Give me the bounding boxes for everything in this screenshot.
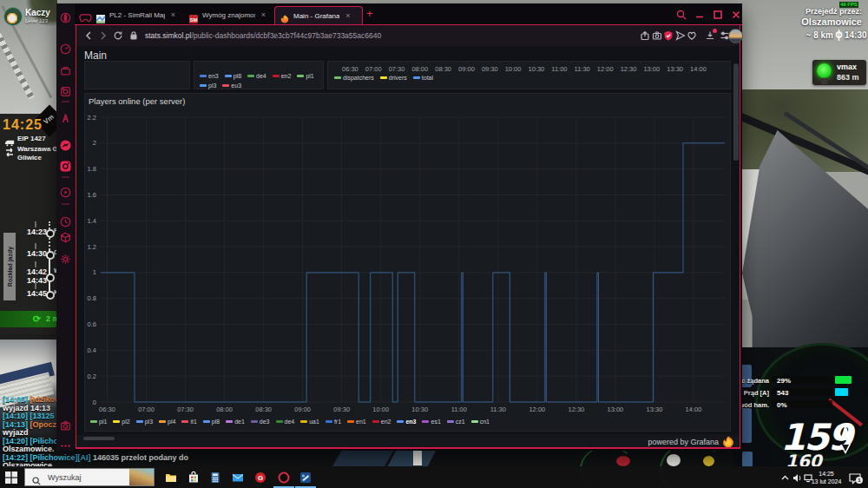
legend-item-de4[interactable]: de4 (276, 419, 295, 425)
taskbar-search[interactable]: Wyszukaj (24, 468, 155, 486)
vertical-scrollbar-thumb[interactable] (733, 63, 739, 161)
legend-item-cz1[interactable]: cz1 (447, 419, 465, 425)
legend-item-pl8[interactable]: pl8 (203, 419, 220, 425)
history-icon[interactable] (60, 216, 71, 228)
start-button[interactable] (5, 472, 17, 484)
taskbar-blueapp-icon[interactable] (299, 472, 312, 484)
legend-label: drivers (389, 75, 407, 81)
sidebar-divider (62, 176, 69, 178)
tray-chevron-up-icon[interactable] (780, 473, 790, 483)
speedometer-icon[interactable] (60, 43, 71, 55)
legend-item-eu3[interactable]: eu3 (222, 82, 241, 89)
send-icon[interactable] (675, 30, 686, 41)
play-icon[interactable] (60, 187, 71, 198)
legend-item-pl1[interactable]: pl1 (90, 419, 107, 425)
url-text[interactable]: stats.simkol.pl/public-dashboards/dcbf3e… (145, 31, 381, 40)
legend-item-en3[interactable]: en3 (200, 73, 219, 79)
share-icon[interactable] (640, 30, 650, 41)
legend-item-pl4[interactable]: pl4 (159, 419, 175, 425)
taskbar-opera-icon[interactable] (278, 472, 290, 484)
browser-content: Main en3pl8de4en2pl1 pl3eu3 06:3007:0007… (76, 46, 740, 449)
heart-icon[interactable] (687, 30, 697, 41)
legend-item-it1[interactable]: it1 (181, 419, 196, 425)
search-icon[interactable] (676, 10, 687, 20)
horizontal-scrollbar-thumb[interactable] (83, 437, 115, 440)
taskbar-calculator-icon[interactable] (209, 472, 221, 484)
legend-item-fr1[interactable]: fr1 (326, 419, 341, 425)
profile-avatar[interactable] (728, 29, 743, 43)
gx-corner-icon[interactable] (80, 10, 91, 19)
legend-item-en1[interactable]: en1 (347, 419, 366, 425)
legend-label: en3 (208, 73, 219, 79)
legend-item-pl2[interactable]: pl2 (113, 419, 129, 425)
taskbar-store-icon[interactable] (187, 472, 200, 484)
taskbar-mail-icon[interactable] (232, 472, 244, 484)
screen: Kaczy Level 123 Vm 14:25 EIP 1427 Warsza… (0, 0, 868, 488)
legend-item-ua1[interactable]: ua1 (300, 419, 319, 425)
legend-label: pl3 (145, 419, 153, 425)
instagram-icon[interactable] (60, 161, 71, 172)
legend-item-de3[interactable]: de3 (251, 419, 270, 425)
new-tab-button[interactable]: + (366, 9, 376, 18)
tab-close-icon[interactable]: × (345, 12, 350, 20)
time-tick: 10:30 (529, 65, 545, 73)
snapshot-icon[interactable] (60, 420, 71, 432)
tray-clock[interactable]: 14:25 13 lut 2024 (806, 470, 846, 485)
opera-logo-icon[interactable] (60, 12, 71, 23)
legend-label: pl4 (168, 419, 175, 425)
taskbar-gg-icon[interactable]: G (254, 472, 266, 484)
route-icon (4, 146, 15, 156)
legend-label: pl8 (233, 73, 241, 79)
download-icon[interactable] (705, 30, 715, 41)
tab-favicon-sm: SM (189, 11, 198, 20)
legend-item-pl8[interactable]: pl8 (225, 73, 241, 79)
maximize-icon[interactable] (713, 10, 723, 20)
tab-close-icon[interactable]: × (261, 11, 266, 19)
legend-item-pl1[interactable]: pl1 (297, 73, 313, 79)
messenger-icon[interactable] (60, 140, 71, 151)
tab-pl2-simrail-map[interactable]: PL2 - SimRail Map× (91, 6, 181, 24)
tab-close-icon[interactable]: × (171, 11, 175, 19)
players-online-chart[interactable]: 00.20.40.60.811.21.41.61.822.206:3007:00… (85, 94, 730, 429)
legend-swatch (297, 75, 304, 77)
chat-segment: Olszamowice. (3, 445, 55, 453)
legend-item-en2[interactable]: en2 (273, 73, 292, 79)
legend-item-total[interactable]: total (413, 75, 433, 81)
shield-icon[interactable] (663, 30, 674, 41)
legend-item-drivers[interactable]: drivers (380, 75, 407, 81)
back-icon[interactable] (83, 30, 94, 41)
panel3-legend: dispatchersdriverstotal (334, 75, 433, 81)
gear-icon[interactable] (60, 254, 71, 265)
legend-item-pl3[interactable]: pl3 (200, 82, 216, 89)
legend-swatch (422, 420, 429, 423)
legend-item-en3[interactable]: en3 (397, 419, 416, 425)
dots-icon[interactable] (60, 440, 71, 452)
close-icon[interactable] (731, 10, 741, 20)
vmax-distance: 863 m (837, 73, 859, 82)
minimize-icon[interactable] (694, 10, 705, 20)
next-stop-label: Przejedź przez: (775, 7, 862, 16)
legend-item-en2[interactable]: en2 (372, 419, 391, 425)
legend-item-de4[interactable]: de4 (247, 73, 266, 79)
camera-icon[interactable] (652, 30, 662, 41)
legend-item-pl3[interactable]: pl3 (136, 419, 153, 425)
timetable-time2: 14:43 (21, 276, 47, 285)
legend-label: cn1 (480, 419, 490, 425)
flame-person-icon[interactable] (60, 113, 71, 124)
svg-text:1: 1 (93, 268, 96, 276)
cube-icon[interactable] (60, 232, 71, 243)
forward-icon[interactable] (98, 30, 108, 41)
washer-icon[interactable] (60, 86, 71, 97)
lock-icon[interactable] (128, 30, 139, 41)
tray-speaker-icon[interactable] (792, 473, 802, 483)
tab-wym-g-znajomo-ci-j-zyka[interactable]: SMWymóg znajomości języka× (184, 6, 271, 24)
reload-icon[interactable] (113, 30, 123, 41)
legend-item-es1[interactable]: es1 (422, 419, 440, 425)
legend-item-cn1[interactable]: cn1 (471, 419, 490, 425)
timetable-tab[interactable]: Rozkład jazdy (3, 233, 16, 300)
legend-item-dispatchers[interactable]: dispatchers (334, 75, 374, 81)
toolbox-icon[interactable] (60, 65, 71, 76)
taskbar-folder-icon[interactable] (165, 472, 177, 484)
tab-main-grafana[interactable]: Main - Grafana× (274, 6, 363, 24)
legend-item-de1[interactable]: de1 (226, 419, 245, 425)
